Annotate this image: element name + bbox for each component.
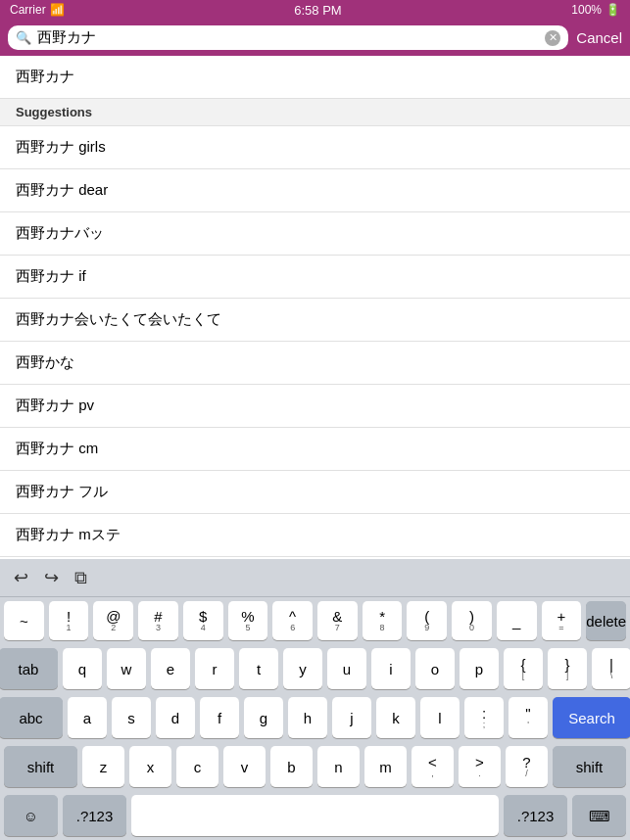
suggestions-header: Suggestions bbox=[0, 99, 630, 126]
keyboard-row1: tab q w e r t y u i o p {[ }] |\ bbox=[0, 644, 630, 693]
key-f[interactable]: f bbox=[200, 697, 239, 738]
space-key[interactable] bbox=[131, 795, 499, 836]
key-w[interactable]: w bbox=[107, 648, 146, 689]
key-tilde[interactable]: ~ bbox=[4, 601, 44, 640]
key-d[interactable]: d bbox=[156, 697, 195, 738]
key-quote[interactable]: "' bbox=[509, 697, 548, 738]
search-input[interactable] bbox=[37, 29, 539, 46]
key-gt[interactable]: >. bbox=[459, 746, 501, 787]
time-label: 6:58 PM bbox=[294, 3, 341, 18]
battery-info: 100% 🔋 bbox=[571, 3, 620, 17]
key-h[interactable]: h bbox=[288, 697, 327, 738]
key-v[interactable]: v bbox=[223, 746, 266, 787]
paste-button[interactable]: ⧉ bbox=[71, 566, 91, 590]
key-n[interactable]: n bbox=[317, 746, 360, 787]
key-z[interactable]: z bbox=[82, 746, 124, 787]
wifi-icon: 📶 bbox=[50, 3, 65, 17]
cancel-button[interactable]: Cancel bbox=[576, 29, 622, 46]
emoji-key[interactable]: ☺ bbox=[4, 795, 58, 836]
carrier-label: Carrier bbox=[10, 3, 46, 17]
key-underscore[interactable]: _ bbox=[497, 601, 537, 640]
key-exclaim[interactable]: !1 bbox=[49, 601, 89, 640]
key-o[interactable]: o bbox=[415, 648, 455, 689]
key-lparen[interactable]: (9 bbox=[407, 601, 447, 640]
delete-key[interactable]: delete bbox=[586, 601, 626, 640]
dot-num-key-left[interactable]: .?123 bbox=[63, 795, 126, 836]
key-at[interactable]: @2 bbox=[93, 601, 133, 640]
keyboard-row3: shift z x c v b n m <, >. ?/ shift bbox=[0, 742, 630, 791]
search-key[interactable]: Search bbox=[553, 697, 630, 738]
status-bar: Carrier 📶 6:58 PM 100% 🔋 bbox=[0, 0, 630, 20]
list-item[interactable]: 西野カナ pv bbox=[0, 385, 630, 428]
key-rbrace[interactable]: }] bbox=[548, 648, 587, 689]
key-amp[interactable]: &7 bbox=[317, 601, 358, 640]
key-k[interactable]: k bbox=[376, 697, 415, 738]
first-result[interactable]: 西野カナ bbox=[0, 56, 630, 99]
search-input-wrapper[interactable]: 🔍 ✕ bbox=[8, 25, 568, 50]
list-item[interactable]: 西野カナ cm bbox=[0, 428, 630, 471]
list-item[interactable]: 西野かな bbox=[0, 342, 630, 385]
list-item[interactable]: 西野カナバッ bbox=[0, 212, 630, 256]
shift-key-left[interactable]: shift bbox=[4, 746, 77, 787]
battery-label: 100% bbox=[571, 3, 602, 17]
list-item[interactable]: 西野カナ会いたくて会いたくて bbox=[0, 299, 630, 342]
list-item[interactable]: 西野カナ mステ bbox=[0, 514, 630, 557]
clear-button[interactable]: ✕ bbox=[545, 30, 560, 46]
list-item[interactable]: 西野カナ girls bbox=[0, 126, 630, 169]
key-colon[interactable]: :; bbox=[464, 697, 504, 738]
key-q[interactable]: q bbox=[63, 648, 102, 689]
key-c[interactable]: c bbox=[176, 746, 218, 787]
key-u[interactable]: u bbox=[327, 648, 366, 689]
keyboard-bottom-row: ☺ .?123 .?123 ⌨ bbox=[0, 791, 630, 840]
search-bar: 🔍 ✕ Cancel bbox=[0, 20, 630, 56]
key-i[interactable]: i bbox=[371, 648, 411, 689]
key-rparen[interactable]: )0 bbox=[452, 601, 492, 640]
key-x[interactable]: x bbox=[129, 746, 171, 787]
key-p[interactable]: p bbox=[460, 648, 499, 689]
dot-num-key-right[interactable]: .?123 bbox=[504, 795, 567, 836]
abc-key[interactable]: abc bbox=[0, 697, 63, 738]
number-row: ~ !1 @2 #3 $4 %5 ^6 &7 *8 (9 )0 _ += del… bbox=[0, 597, 630, 644]
key-pipe[interactable]: |\ bbox=[592, 648, 630, 689]
key-caret[interactable]: ^6 bbox=[272, 601, 313, 640]
tab-key[interactable]: tab bbox=[0, 648, 58, 689]
carrier-info: Carrier 📶 bbox=[10, 3, 65, 17]
key-y[interactable]: y bbox=[283, 648, 322, 689]
key-percent[interactable]: %5 bbox=[228, 601, 268, 640]
key-r[interactable]: r bbox=[195, 648, 234, 689]
list-item[interactable]: 西野カナ if bbox=[0, 256, 630, 299]
redo-button[interactable]: ↪ bbox=[40, 565, 63, 590]
key-lbrace[interactable]: {[ bbox=[504, 648, 543, 689]
key-hash[interactable]: #3 bbox=[138, 601, 178, 640]
battery-icon: 🔋 bbox=[606, 3, 620, 17]
key-plus[interactable]: += bbox=[542, 601, 582, 640]
key-a[interactable]: a bbox=[68, 697, 107, 738]
key-star[interactable]: *8 bbox=[363, 601, 403, 640]
key-l[interactable]: l bbox=[420, 697, 460, 738]
key-lt[interactable]: <, bbox=[412, 746, 454, 787]
list-item[interactable]: 西野カナ フル bbox=[0, 471, 630, 514]
key-dollar[interactable]: $4 bbox=[183, 601, 223, 640]
shift-key-right[interactable]: shift bbox=[553, 746, 626, 787]
keyboard-toolbar: ↩ ↪ ⧉ bbox=[0, 559, 630, 597]
keyboard-dismiss-key[interactable]: ⌨ bbox=[572, 795, 626, 836]
undo-button[interactable]: ↩ bbox=[10, 565, 32, 590]
key-e[interactable]: e bbox=[151, 648, 190, 689]
key-g[interactable]: g bbox=[244, 697, 283, 738]
keyboard: ↩ ↪ ⧉ ~ !1 @2 #3 $4 %5 ^6 &7 *8 (9 )0 _ … bbox=[0, 559, 630, 840]
key-b[interactable]: b bbox=[270, 746, 313, 787]
key-t[interactable]: t bbox=[239, 648, 278, 689]
key-m[interactable]: m bbox=[364, 746, 407, 787]
key-question[interactable]: ?/ bbox=[506, 746, 548, 787]
list-item[interactable]: 西野カナ dear bbox=[0, 169, 630, 212]
search-icon: 🔍 bbox=[16, 30, 31, 45]
key-j[interactable]: j bbox=[332, 697, 371, 738]
key-s[interactable]: s bbox=[112, 697, 151, 738]
keyboard-row2: abc a s d f g h j k l :; "' Search bbox=[0, 693, 630, 742]
